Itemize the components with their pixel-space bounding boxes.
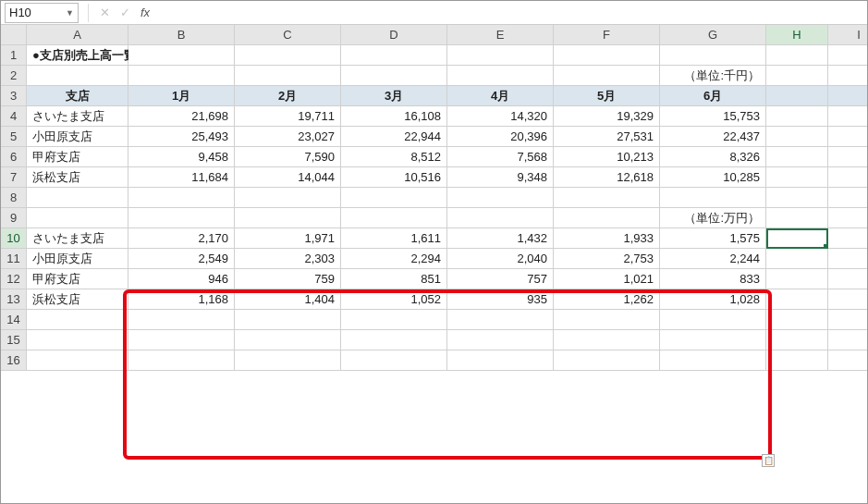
cell-D2[interactable] bbox=[341, 66, 447, 86]
cell-C10[interactable]: 1,971 bbox=[235, 228, 341, 249]
cell-D1[interactable] bbox=[341, 45, 447, 66]
cell-G10[interactable]: 1,575 bbox=[660, 228, 766, 249]
cell-C1[interactable] bbox=[235, 45, 341, 66]
cell-H13[interactable] bbox=[766, 289, 828, 310]
cell-B7[interactable]: 11,684 bbox=[128, 167, 235, 188]
cell-H14[interactable] bbox=[766, 310, 828, 330]
cell-E2[interactable] bbox=[447, 66, 554, 86]
cell-G13[interactable]: 1,028 bbox=[660, 289, 766, 310]
cell-C8[interactable] bbox=[235, 188, 341, 208]
cell-I6[interactable] bbox=[828, 147, 868, 167]
cell-I5[interactable] bbox=[828, 127, 868, 147]
cell-A14[interactable] bbox=[27, 310, 128, 330]
cell-D13[interactable]: 1,052 bbox=[341, 289, 447, 310]
row-header-10[interactable]: 10 bbox=[1, 228, 27, 249]
row-header-11[interactable]: 11 bbox=[1, 249, 27, 269]
cell-F7[interactable]: 12,618 bbox=[554, 167, 660, 188]
cell-H5[interactable] bbox=[766, 127, 828, 147]
cell-A10[interactable]: さいたま支店 bbox=[27, 228, 128, 249]
cell-F12[interactable]: 1,021 bbox=[554, 269, 660, 289]
cell-I3[interactable] bbox=[828, 86, 868, 106]
cell-B3[interactable]: 1月 bbox=[128, 86, 235, 106]
cell-F8[interactable] bbox=[554, 188, 660, 208]
fx-icon[interactable]: fx bbox=[135, 3, 155, 23]
cell-I4[interactable] bbox=[828, 106, 868, 127]
col-header-F[interactable]: F bbox=[554, 25, 660, 45]
row-header-8[interactable]: 8 bbox=[1, 188, 27, 208]
cell-F2[interactable] bbox=[554, 66, 660, 86]
cell-B10[interactable]: 2,170 bbox=[128, 228, 235, 249]
row-header-13[interactable]: 13 bbox=[1, 289, 27, 310]
cell-I8[interactable] bbox=[828, 188, 868, 208]
cell-I7[interactable] bbox=[828, 167, 868, 188]
cell-A3[interactable]: 支店 bbox=[27, 86, 128, 106]
cell-B16[interactable] bbox=[128, 350, 235, 371]
cell-E6[interactable]: 7,568 bbox=[447, 147, 554, 167]
cell-A7[interactable]: 浜松支店 bbox=[27, 167, 128, 188]
cell-B8[interactable] bbox=[128, 188, 235, 208]
cell-G9[interactable]: （単位:万円） bbox=[660, 208, 766, 228]
cell-F16[interactable] bbox=[554, 350, 660, 371]
cell-B11[interactable]: 2,549 bbox=[128, 249, 235, 269]
cell-H10[interactable] bbox=[766, 228, 828, 249]
cell-H9[interactable] bbox=[766, 208, 828, 228]
cell-F13[interactable]: 1,262 bbox=[554, 289, 660, 310]
cell-G16[interactable] bbox=[660, 350, 766, 371]
cell-G4[interactable]: 15,753 bbox=[660, 106, 766, 127]
cell-I14[interactable] bbox=[828, 310, 868, 330]
cancel-icon[interactable]: ✕ bbox=[94, 3, 115, 23]
cell-I13[interactable] bbox=[828, 289, 868, 310]
cell-E16[interactable] bbox=[447, 350, 554, 371]
cell-H3[interactable] bbox=[766, 86, 828, 106]
cell-G6[interactable]: 8,326 bbox=[660, 147, 766, 167]
cell-F11[interactable]: 2,753 bbox=[554, 249, 660, 269]
cell-E14[interactable] bbox=[447, 310, 554, 330]
cell-B5[interactable]: 25,493 bbox=[128, 127, 235, 147]
cell-D16[interactable] bbox=[341, 350, 447, 371]
row-header-15[interactable]: 15 bbox=[1, 330, 27, 350]
cell-C16[interactable] bbox=[235, 350, 341, 371]
cell-H11[interactable] bbox=[766, 249, 828, 269]
cell-A2[interactable] bbox=[27, 66, 128, 86]
row-header-4[interactable]: 4 bbox=[1, 106, 27, 127]
cell-D8[interactable] bbox=[341, 188, 447, 208]
cell-A5[interactable]: 小田原支店 bbox=[27, 127, 128, 147]
cell-D9[interactable] bbox=[341, 208, 447, 228]
col-header-G[interactable]: G bbox=[660, 25, 766, 45]
cell-H1[interactable] bbox=[766, 45, 828, 66]
row-header-2[interactable]: 2 bbox=[1, 66, 27, 86]
cell-D12[interactable]: 851 bbox=[341, 269, 447, 289]
cell-G5[interactable]: 22,437 bbox=[660, 127, 766, 147]
row-header-6[interactable]: 6 bbox=[1, 147, 27, 167]
row-header-1[interactable]: 1 bbox=[1, 45, 27, 66]
cell-F4[interactable]: 19,329 bbox=[554, 106, 660, 127]
cell-E4[interactable]: 14,320 bbox=[447, 106, 554, 127]
cell-B9[interactable] bbox=[128, 208, 235, 228]
cell-A12[interactable]: 甲府支店 bbox=[27, 269, 128, 289]
cell-E9[interactable] bbox=[447, 208, 554, 228]
cell-C5[interactable]: 23,027 bbox=[235, 127, 341, 147]
cell-C2[interactable] bbox=[235, 66, 341, 86]
cell-G7[interactable]: 10,285 bbox=[660, 167, 766, 188]
cell-B13[interactable]: 1,168 bbox=[128, 289, 235, 310]
cell-D7[interactable]: 10,516 bbox=[341, 167, 447, 188]
cell-I10[interactable] bbox=[828, 228, 868, 249]
cell-B1[interactable] bbox=[128, 45, 235, 66]
cell-E5[interactable]: 20,396 bbox=[447, 127, 554, 147]
col-header-A[interactable]: A bbox=[27, 25, 128, 45]
row-header-5[interactable]: 5 bbox=[1, 127, 27, 147]
cell-D15[interactable] bbox=[341, 330, 447, 350]
cell-E8[interactable] bbox=[447, 188, 554, 208]
cell-D11[interactable]: 2,294 bbox=[341, 249, 447, 269]
cell-C14[interactable] bbox=[235, 310, 341, 330]
cell-A4[interactable]: さいたま支店 bbox=[27, 106, 128, 127]
cell-A13[interactable]: 浜松支店 bbox=[27, 289, 128, 310]
cell-D4[interactable]: 16,108 bbox=[341, 106, 447, 127]
spreadsheet-grid[interactable]: ABCDEFGHI1●支店別売上高一覧（上半期）2（単位:千円）3支店1月2月3… bbox=[1, 25, 867, 371]
cell-F5[interactable]: 27,531 bbox=[554, 127, 660, 147]
row-header-12[interactable]: 12 bbox=[1, 269, 27, 289]
name-box[interactable]: H10 ▼ bbox=[5, 3, 79, 23]
cell-H4[interactable] bbox=[766, 106, 828, 127]
cell-H15[interactable] bbox=[766, 330, 828, 350]
cell-H6[interactable] bbox=[766, 147, 828, 167]
